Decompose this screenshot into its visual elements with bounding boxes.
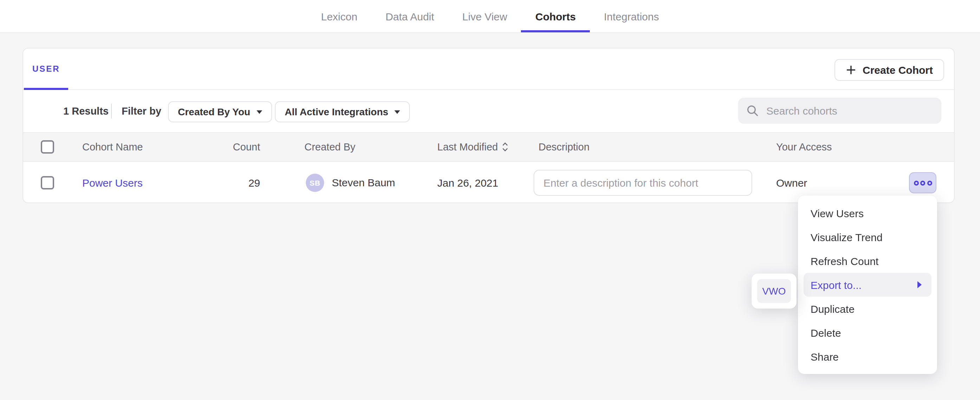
created-by-filter-dropdown[interactable]: Created By You: [168, 101, 272, 122]
search-icon: [746, 105, 759, 117]
submenu-item-vwo[interactable]: VWO: [757, 279, 791, 303]
menu-item-export-to-label: Export to...: [811, 279, 862, 291]
filter-row: 1 Results Filter by Created By You All A…: [23, 90, 954, 132]
menu-item-view-users[interactable]: View Users: [803, 201, 931, 225]
avatar: SB: [306, 173, 324, 191]
row-checkbox[interactable]: [41, 176, 54, 189]
cohorts-panel: USER Create Cohort 1 Results Filter by C…: [22, 48, 955, 203]
chevron-down-icon: [256, 110, 262, 113]
integrations-filter-dropdown[interactable]: All Active Integrations: [275, 101, 410, 122]
nav-tab-data-audit[interactable]: Data Audit: [386, 0, 434, 32]
header-count: Count: [224, 141, 260, 153]
menu-item-delete[interactable]: Delete: [803, 320, 931, 344]
dot-icon: [927, 180, 932, 185]
chevron-down-icon: [395, 110, 400, 113]
row-more-actions-button[interactable]: [909, 172, 936, 193]
row-actions-menu: View Users Visualize Trend Refresh Count…: [798, 195, 937, 374]
top-navigation-bar: Lexicon Data Audit Live View Cohorts Int…: [0, 0, 980, 33]
menu-item-share[interactable]: Share: [803, 344, 931, 368]
dot-icon: [920, 180, 925, 185]
create-cohort-label: Create Cohort: [862, 64, 933, 76]
select-all-checkbox[interactable]: [41, 140, 54, 154]
cohorts-page: Lexicon Data Audit Live View Cohorts Int…: [0, 0, 980, 400]
header-description: Description: [539, 141, 589, 153]
last-modified-cell: Jan 26, 2021: [437, 177, 498, 188]
divider: [111, 104, 112, 118]
sort-icon: [502, 142, 509, 152]
created-by-cell: SB Steven Baum: [306, 173, 395, 191]
search-cohorts-box: [738, 98, 941, 124]
dot-icon: [913, 180, 918, 185]
create-cohort-button[interactable]: Create Cohort: [834, 59, 944, 81]
plus-icon: [846, 65, 856, 75]
submenu-arrow-icon: [918, 281, 922, 288]
tab-user[interactable]: USER: [24, 48, 68, 89]
menu-item-visualize-trend[interactable]: Visualize Trend: [803, 225, 931, 249]
nav-tab-integrations[interactable]: Integrations: [604, 0, 659, 32]
creator-name: Steven Baum: [332, 177, 395, 188]
access-value: Owner: [776, 177, 807, 188]
header-your-access: Your Access: [776, 141, 832, 153]
nav-tab-lexicon[interactable]: Lexicon: [321, 0, 357, 32]
header-last-modified-label: Last Modified: [437, 141, 498, 153]
filter-by-label: Filter by: [122, 105, 161, 117]
integrations-filter-label: All Active Integrations: [285, 106, 388, 117]
cohort-name-link[interactable]: Power Users: [82, 177, 143, 188]
header-last-modified[interactable]: Last Modified: [437, 141, 509, 153]
description-cell: [534, 169, 752, 195]
panel-tab-row: USER Create Cohort: [23, 48, 954, 90]
header-created-by: Created By: [304, 141, 355, 153]
cohort-count: 29: [224, 177, 260, 188]
menu-item-duplicate[interactable]: Duplicate: [803, 296, 931, 320]
menu-item-export-to[interactable]: Export to...: [803, 273, 931, 296]
menu-item-refresh-count[interactable]: Refresh Count: [803, 249, 931, 273]
tab-user-label: USER: [32, 64, 60, 74]
nav-tab-cohorts[interactable]: Cohorts: [535, 0, 576, 32]
description-input[interactable]: [534, 169, 752, 195]
header-cohort-name: Cohort Name: [82, 141, 143, 153]
nav-tabs: Lexicon Data Audit Live View Cohorts Int…: [0, 0, 980, 32]
nav-tab-live-view[interactable]: Live View: [462, 0, 507, 32]
export-submenu: VWO: [751, 274, 797, 309]
results-count: 1 Results: [63, 105, 109, 117]
search-cohorts-input[interactable]: [765, 104, 933, 117]
table-header-row: Cohort Name Count Created By Last Modifi…: [23, 132, 954, 162]
created-by-filter-label: Created By You: [178, 106, 250, 117]
